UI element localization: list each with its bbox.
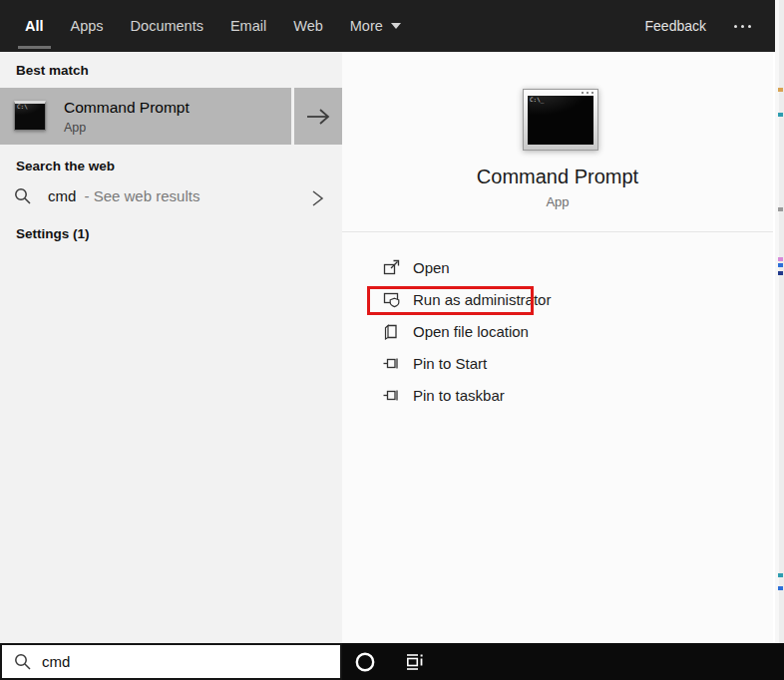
action-open-label: Open	[413, 259, 450, 276]
background-speck	[778, 263, 783, 267]
tab-apps-label: Apps	[71, 18, 104, 34]
tab-documents-label: Documents	[131, 18, 203, 34]
command-prompt-screen-graphic	[528, 96, 593, 145]
search-icon	[14, 187, 32, 205]
open-file-location-icon	[383, 323, 400, 340]
background-speck	[778, 573, 783, 577]
background-speck	[778, 257, 783, 261]
windows-search-screen: All Apps Documents Email Web More Feedba…	[0, 0, 784, 680]
feedback-button[interactable]: Feedback	[645, 18, 706, 34]
background-speck	[778, 271, 783, 275]
search-results-panel: Best match Command Prompt App Search the…	[0, 52, 342, 643]
search-filter-tabs: All Apps Documents Email Web More	[25, 0, 401, 52]
tab-more-label: More	[350, 18, 383, 34]
chevron-down-icon	[391, 23, 401, 29]
tab-email[interactable]: Email	[230, 0, 266, 52]
action-open-file-location-label: Open file location	[413, 323, 529, 340]
tab-web[interactable]: Web	[293, 0, 323, 52]
tab-more[interactable]: More	[350, 0, 401, 52]
background-speck	[778, 207, 783, 211]
search-icon	[14, 653, 32, 671]
command-prompt-large-icon	[523, 89, 598, 151]
tab-web-label: Web	[293, 18, 323, 34]
open-window-icon	[383, 259, 400, 276]
right-arrow-icon	[305, 108, 331, 126]
action-pin-to-taskbar-label: Pin to taskbar	[413, 387, 505, 404]
action-open[interactable]: Open	[367, 251, 756, 283]
taskbar	[0, 643, 784, 680]
taskbar-search-box[interactable]	[0, 643, 342, 680]
tab-all-label: All	[25, 18, 44, 34]
tab-email-label: Email	[230, 18, 266, 34]
pin-icon	[383, 355, 400, 372]
background-speck	[778, 88, 783, 92]
background-speck	[778, 586, 783, 590]
search-header-bar: All Apps Documents Email Web More Feedba…	[0, 0, 777, 52]
action-pin-to-taskbar[interactable]: Pin to taskbar	[367, 379, 756, 411]
cortana-circle-icon	[354, 651, 376, 673]
best-match-title: Command Prompt	[64, 99, 190, 117]
search-web-section-label: Search the web	[16, 159, 115, 173]
app-type-label: App	[342, 194, 773, 209]
run-as-admin-shield-icon	[383, 291, 400, 308]
web-search-result[interactable]: cmd - See web results	[0, 179, 342, 215]
action-run-as-administrator-label: Run as administrator	[413, 291, 551, 308]
app-name: Command Prompt	[342, 166, 773, 188]
best-match-subtitle: App	[64, 121, 86, 135]
tab-apps[interactable]: Apps	[71, 0, 104, 52]
cortana-button[interactable]	[351, 643, 379, 680]
pin-icon	[383, 387, 400, 404]
app-actions-list: Open Run as administrator Open file loca…	[367, 251, 756, 411]
background-window-strip	[775, 0, 784, 643]
taskbar-search-input[interactable]	[42, 653, 301, 670]
web-search-text: cmd - See web results	[48, 187, 199, 204]
result-details-panel: Command Prompt App Open Run as administr…	[342, 52, 773, 643]
tab-documents[interactable]: Documents	[131, 0, 203, 52]
web-search-query: cmd	[48, 187, 76, 204]
header-right-controls: Feedback	[645, 0, 751, 52]
best-match-section-label: Best match	[16, 63, 89, 78]
best-match-result-button[interactable]: Command Prompt App	[0, 88, 291, 145]
chevron-right-icon	[311, 189, 325, 207]
action-pin-to-start-label: Pin to Start	[413, 355, 487, 372]
task-view-button[interactable]	[401, 643, 429, 680]
expand-result-button[interactable]	[294, 88, 342, 145]
background-window-page	[775, 0, 779, 643]
action-open-file-location[interactable]: Open file location	[367, 315, 756, 347]
settings-section-label: Settings (1)	[16, 226, 90, 241]
background-speck	[778, 113, 783, 117]
best-match-result: Command Prompt App	[0, 88, 342, 145]
web-search-hint: - See web results	[85, 187, 200, 204]
command-prompt-icon	[14, 101, 46, 131]
tab-all[interactable]: All	[25, 0, 44, 52]
task-view-icon	[404, 652, 426, 672]
details-divider	[342, 231, 773, 232]
action-pin-to-start[interactable]: Pin to Start	[367, 347, 756, 379]
action-run-as-administrator[interactable]: Run as administrator	[367, 283, 756, 315]
more-options-ellipsis-icon[interactable]	[734, 25, 751, 28]
